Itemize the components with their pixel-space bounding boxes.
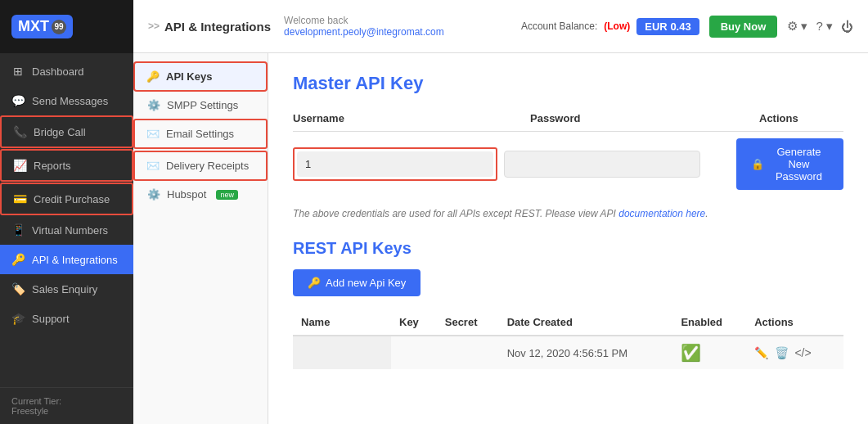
- edit-icon[interactable]: ✏️: [754, 346, 768, 359]
- generate-password-label: Generate New Password: [769, 146, 829, 183]
- sidebar-item-dashboard[interactable]: ⊞ Dashboard: [0, 56, 133, 86]
- sidebar-item-sales-enquiry[interactable]: 🏷️ Sales Enquiry: [0, 274, 133, 304]
- sub-sidebar-api-keys[interactable]: 🔑 API Keys: [133, 61, 268, 92]
- api-keys-icon: 🔑: [146, 70, 160, 83]
- add-api-key-button[interactable]: 🔑 Add new Api Key: [293, 269, 421, 296]
- right-panel: >> API & Integrations Welcome back devel…: [133, 0, 868, 424]
- col-actions: Actions: [746, 309, 843, 336]
- master-api-row: 🔒 Generate New Password: [293, 132, 843, 196]
- sidebar-item-virtual-numbers[interactable]: 📱 Virtual Numbers: [0, 215, 133, 245]
- rest-api-table: Name Key Secret Date Created Enabled Act…: [293, 309, 843, 369]
- header-right: Account Balance: (Low) EUR 0.43 Buy Now …: [521, 16, 853, 38]
- balance-label: Account Balance:: [521, 20, 597, 32]
- sales-enquiry-icon: 🏷️: [11, 282, 25, 295]
- tier-value: Freestyle: [11, 406, 48, 416]
- balance-currency: EUR: [645, 20, 667, 33]
- sidebar-item-support[interactable]: 🎓 Support: [0, 304, 133, 333]
- send-messages-icon: 💬: [11, 94, 25, 107]
- sub-sidebar-hubspot[interactable]: ⚙️ Hubspot new: [133, 181, 268, 208]
- sidebar-item-send-messages[interactable]: 💬 Send Messages: [0, 86, 133, 115]
- add-key-icon: 🔑: [308, 277, 321, 289]
- col-date-created: Date Created: [499, 309, 673, 336]
- sub-sidebar-smpp-settings[interactable]: ⚙️ SMPP Settings: [133, 92, 268, 119]
- sub-sidebar: 🔑 API Keys ⚙️ SMPP Settings ✉️ Email Set…: [133, 53, 268, 424]
- header: >> API & Integrations Welcome back devel…: [133, 0, 868, 53]
- dashboard-icon: ⊞: [11, 65, 25, 78]
- delete-icon[interactable]: 🗑️: [775, 346, 789, 359]
- api-integrations-icon: 🔑: [11, 253, 25, 266]
- sidebar-item-reports[interactable]: 📈 Reports: [0, 149, 133, 182]
- email-settings-icon: ✉️: [146, 128, 160, 140]
- col-name: Name: [293, 309, 391, 336]
- power-icon[interactable]: ⏻: [841, 20, 853, 34]
- sub-sidebar-label-smpp: SMPP Settings: [167, 99, 238, 111]
- sidebar-item-credit-purchase[interactable]: 💳 Credit Purchase: [0, 183, 133, 215]
- sidebar-label-support: Support: [32, 313, 70, 325]
- col-username-header: Username: [293, 112, 530, 124]
- sidebar-label-bridge-call: Bridge Call: [34, 126, 86, 138]
- tier-label: Current Tier:: [11, 396, 61, 406]
- balance-amount: EUR 0.43: [636, 18, 699, 35]
- sub-sidebar-label-delivery: Delivery Receipts: [166, 160, 249, 172]
- sidebar-label-credit-purchase: Credit Purchase: [34, 193, 110, 205]
- col-actions-header: Actions: [759, 112, 843, 124]
- sidebar-label-send-messages: Send Messages: [32, 95, 108, 107]
- documentation-link[interactable]: documentation here: [618, 208, 705, 219]
- logo-badge: 99: [52, 20, 66, 34]
- add-api-key-label: Add new Api Key: [326, 277, 406, 289]
- sub-sidebar-delivery-receipts[interactable]: ✉️ Delivery Receipts: [133, 151, 268, 181]
- enabled-checkmark-icon: ✅: [681, 344, 701, 362]
- username-input[interactable]: [297, 151, 493, 177]
- sidebar-footer: Current Tier: Freestyle: [0, 387, 133, 424]
- settings-icon[interactable]: ⚙ ▾: [787, 19, 807, 34]
- password-container: [504, 151, 717, 178]
- balance-status: (Low): [604, 20, 630, 32]
- sub-sidebar-email-settings[interactable]: ✉️ Email Settings: [133, 119, 268, 149]
- row-secret: [437, 336, 499, 369]
- sidebar-item-api-integrations[interactable]: 🔑 API & Integrations: [0, 245, 133, 274]
- hubspot-new-badge: new: [216, 190, 238, 200]
- sidebar-label-virtual-numbers: Virtual Numbers: [32, 224, 108, 237]
- note-end: .: [705, 208, 708, 219]
- rest-table-header-row: Name Key Secret Date Created Enabled Act…: [293, 309, 843, 336]
- credentials-note: The above credentials are used for all A…: [293, 208, 843, 219]
- logo-box: MXT 99: [11, 15, 73, 38]
- sidebar-label-api-integrations: API & Integrations: [32, 254, 118, 266]
- hubspot-icon: ⚙️: [147, 188, 160, 201]
- welcome-email: development.peoly@integromat.com: [284, 26, 508, 38]
- buy-now-button[interactable]: Buy Now: [709, 16, 778, 38]
- reports-icon: 📈: [13, 159, 26, 172]
- sidebar-item-bridge-call[interactable]: 📞 Bridge Call: [0, 115, 133, 148]
- sidebar: MXT 99 ⊞ Dashboard 💬 Send Messages 📞 Bri…: [0, 0, 133, 424]
- breadcrumb-title: API & Integrations: [164, 20, 271, 34]
- breadcrumb-arrow: >>: [148, 20, 160, 32]
- sidebar-label-reports: Reports: [34, 160, 71, 172]
- table-row: Nov 12, 2020 4:56:51 PM ✅ ✏️ 🗑️ </>: [293, 336, 843, 369]
- smpp-icon: ⚙️: [147, 99, 160, 111]
- row-enabled: ✅: [672, 336, 746, 369]
- sidebar-label-dashboard: Dashboard: [32, 65, 84, 78]
- rest-api-title: REST API Keys: [293, 239, 843, 258]
- master-api-title: Master API Key: [293, 73, 843, 94]
- welcome-text: Welcome back: [284, 15, 508, 26]
- sub-sidebar-label-hubspot: Hubspot: [167, 188, 206, 201]
- main-content: Master API Key Username Password Actions: [268, 53, 868, 424]
- breadcrumb: >> API & Integrations: [148, 20, 271, 34]
- master-api-section: Master API Key Username Password Actions: [293, 73, 843, 219]
- logo: MXT 99: [0, 0, 133, 53]
- sidebar-nav: ⊞ Dashboard 💬 Send Messages 📞 Bridge Cal…: [0, 53, 133, 387]
- api-table-header: Username Password Actions: [293, 109, 843, 132]
- row-actions: ✏️ 🗑️ </>: [746, 336, 843, 369]
- sidebar-label-sales-enquiry: Sales Enquiry: [32, 283, 97, 295]
- code-icon[interactable]: </>: [794, 346, 811, 359]
- generate-password-button[interactable]: 🔒 Generate New Password: [736, 138, 843, 190]
- password-input[interactable]: [504, 151, 700, 178]
- logo-text: MXT: [18, 18, 49, 35]
- col-key: Key: [391, 309, 437, 336]
- virtual-numbers-icon: 📱: [11, 223, 25, 237]
- credit-purchase-icon: 💳: [13, 192, 26, 205]
- help-icon[interactable]: ? ▾: [816, 19, 833, 34]
- header-icons: ⚙ ▾ ? ▾ ⏻: [787, 19, 853, 34]
- support-icon: 🎓: [11, 312, 25, 325]
- header-welcome: Welcome back development.peoly@integroma…: [284, 15, 508, 38]
